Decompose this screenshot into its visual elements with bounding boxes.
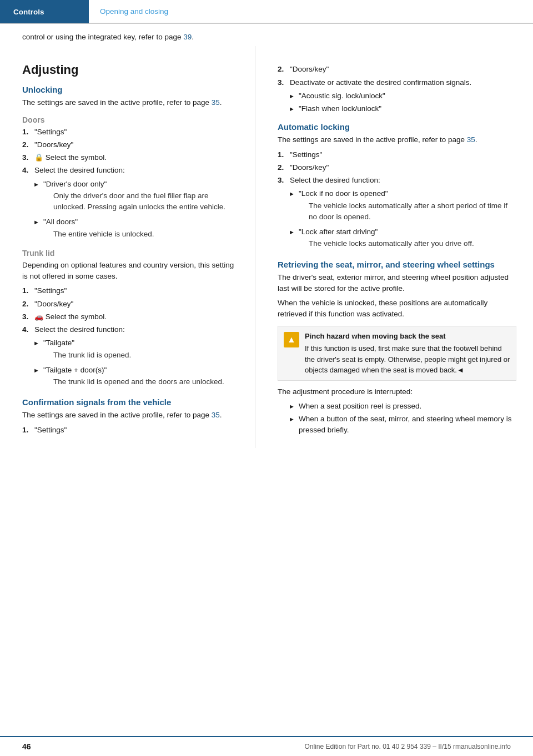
doors-options-list: ► "Driver's door only" Only the driver's…: [22, 179, 238, 242]
trunk-options-list: ► "Tailgate" The trunk lid is opened. ► …: [22, 337, 238, 390]
auto-locking-intro: The settings are saved in the active pro…: [278, 134, 516, 145]
auto-step-2: 2. "Doors/key": [278, 162, 516, 173]
left-column: Adjusting Unlocking The settings are sav…: [0, 46, 255, 448]
auto-option-2: ► "Lock after start driving" The vehicle…: [289, 226, 516, 252]
unlocking-page-link[interactable]: 35: [212, 98, 220, 107]
adj-options-list: ► When a seat position reel is pressed. …: [278, 401, 516, 436]
lock-icon: 🔒: [34, 152, 43, 163]
doors-step-3: 3. 🔒 Select the symbol.: [22, 152, 238, 163]
adj-option-1: ► When a seat position reel is pressed.: [289, 401, 516, 412]
trunk-step-2: 2. "Doors/key": [22, 299, 238, 310]
auto-option-1: ► "Lock if no door is opened" The vehicl…: [289, 188, 516, 225]
trunk-step-1: 1. "Settings": [22, 285, 238, 296]
confirmation-option-2: ► "Flash when lock/unlock": [289, 103, 516, 114]
doors-step-4: 4. Select the desired function:: [22, 165, 238, 176]
arrow-icon-6: ►: [289, 104, 299, 114]
confirmation-step-1: 1. "Settings": [22, 425, 238, 436]
confirmation-steps-cont: 2. "Doors/key" 3. Deactivate or activate…: [278, 64, 516, 88]
main-content: Adjusting Unlocking The settings are sav…: [0, 46, 533, 448]
header-section-label: Opening and closing: [89, 0, 533, 23]
unlocking-intro: The settings are saved in the active pro…: [22, 97, 238, 108]
warning-body: If this function is used, first make sur…: [305, 343, 510, 376]
confirmation-options-list: ► "Acoustic sig. lock/unlock" ► "Flash w…: [278, 90, 516, 115]
confirmation-heading: Confirmation signals from the vehicle: [22, 397, 238, 407]
doors-step-1: 1. "Settings": [22, 127, 238, 138]
car-icon: 🚗: [34, 311, 43, 322]
arrow-icon-7: ►: [289, 189, 299, 199]
doors-steps-list: 1. "Settings" 2. "Doors/key" 3. 🔒 Select…: [22, 127, 238, 177]
arrow-icon-8: ►: [289, 228, 299, 237]
warning-icon: ▲: [284, 332, 299, 347]
arrow-icon-3: ►: [33, 339, 43, 348]
trunk-subheading: Trunk lid: [22, 249, 238, 258]
confirmation-option-1: ► "Acoustic sig. lock/unlock": [289, 90, 516, 102]
arrow-icon-10: ►: [289, 415, 299, 424]
doors-step-2: 2. "Doors/key": [22, 139, 238, 150]
adj-interrupted: The adjustment procedure is interrupted:: [278, 386, 516, 397]
trunk-option-2: ► "Tailgate + door(s)" The trunk lid is …: [33, 365, 238, 390]
confirmation-step-3: 3. Deactivate or activate the desired co…: [278, 77, 516, 88]
doors-option-2: ► "All doors" The entire vehicle is unlo…: [33, 216, 238, 242]
trunk-step-4: 4. Select the desired function:: [22, 324, 238, 335]
confirmation-step-2: 2. "Doors/key": [278, 64, 516, 75]
retrieving-para2: When the vehicle is unlocked, these posi…: [278, 298, 516, 320]
arrow-icon-1: ►: [33, 180, 43, 189]
warning-text: Pinch hazard when moving back the seat I…: [305, 331, 510, 376]
warning-title: Pinch hazard when moving back the seat: [305, 331, 510, 342]
intro-page-link[interactable]: 39: [183, 33, 192, 41]
arrow-icon-9: ►: [289, 402, 299, 411]
right-column: 2. "Doors/key" 3. Deactivate or activate…: [255, 46, 533, 448]
auto-steps-list: 1. "Settings" 2. "Doors/key" 3. Select t…: [278, 149, 516, 187]
footer-page-number: 46: [22, 742, 31, 751]
unlocking-heading: Unlocking: [22, 85, 238, 94]
confirmation-steps-list: 1. "Settings": [22, 425, 238, 436]
auto-locking-page-link[interactable]: 35: [467, 135, 475, 144]
doors-option-1: ► "Driver's door only" Only the driver's…: [33, 179, 238, 215]
confirmation-page-link[interactable]: 35: [212, 411, 220, 419]
arrow-icon-5: ►: [289, 92, 299, 101]
auto-options-list: ► "Lock if no door is opened" The vehicl…: [278, 188, 516, 251]
page-header: Controls Opening and closing: [0, 0, 533, 23]
footer-info: Online Edition for Part no. 01 40 2 954 …: [304, 743, 511, 750]
retrieving-para1: The driver's seat, exterior mirror, and …: [278, 272, 516, 295]
trunk-steps-list: 1. "Settings" 2. "Doors/key" 3. 🚗 Select…: [22, 285, 238, 335]
intro-text: control or using the integrated key, ref…: [0, 24, 533, 43]
trunk-step-3: 3. 🚗 Select the symbol.: [22, 311, 238, 322]
arrow-icon-4: ►: [33, 366, 43, 375]
doors-subheading: Doors: [22, 115, 238, 124]
auto-step-3: 3. Select the desired function:: [278, 175, 516, 186]
trunk-intro: Depending on optional features and count…: [22, 260, 238, 283]
arrow-icon-2: ►: [33, 218, 43, 227]
adj-option-2: ► When a button of the seat, mirror, and…: [289, 414, 516, 436]
page-footer: 46 Online Edition for Part no. 01 40 2 9…: [0, 736, 533, 756]
auto-step-1: 1. "Settings": [278, 149, 516, 160]
retrieving-heading: Retrieving the seat, mirror, and steerin…: [278, 260, 516, 269]
header-controls-label: Controls: [0, 0, 89, 23]
adjusting-heading: Adjusting: [22, 63, 238, 77]
warning-box: ▲ Pinch hazard when moving back the seat…: [278, 326, 516, 381]
trunk-option-1: ► "Tailgate" The trunk lid is opened.: [33, 337, 238, 363]
auto-locking-heading: Automatic locking: [278, 122, 516, 132]
confirmation-intro: The settings are saved in the active pro…: [22, 410, 238, 421]
